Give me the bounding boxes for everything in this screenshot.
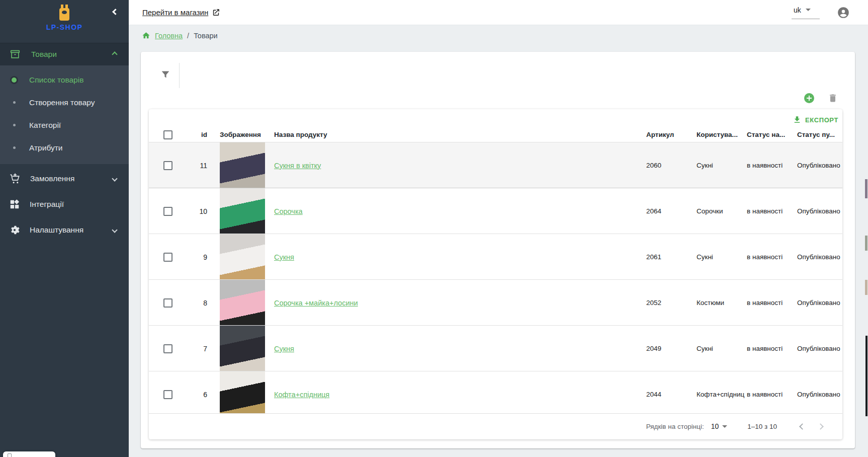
go-to-shop-link[interactable]: Перейти в магазин bbox=[142, 8, 220, 17]
breadcrumb-current: Товари bbox=[194, 32, 218, 40]
sidebar-item-settings[interactable]: Налаштування bbox=[0, 218, 129, 241]
filter-icon[interactable] bbox=[160, 69, 171, 80]
row-checkbox[interactable] bbox=[163, 253, 172, 262]
breadcrumb-separator: / bbox=[187, 32, 189, 40]
table-row: 8 Сорочка +майка+лосини 2052 Костюми в н… bbox=[149, 280, 842, 326]
scrollbar-thumb[interactable] bbox=[865, 336, 867, 416]
sidebar-item-products[interactable]: Товари bbox=[0, 43, 129, 65]
rows-per-page-label: Рядків на сторінці: bbox=[646, 423, 704, 430]
language-select[interactable]: uk bbox=[792, 6, 820, 19]
row-checkbox[interactable] bbox=[163, 344, 172, 353]
sidebar-item-label: Атрибути bbox=[29, 143, 62, 153]
chevron-down-icon bbox=[112, 176, 117, 181]
table-row: 7 Сукня 2049 Сукні в наявності Опубліков… bbox=[149, 326, 842, 371]
product-category: Сукні bbox=[697, 253, 747, 261]
export-row: ЕКСПОРТ bbox=[149, 109, 842, 127]
gear-icon bbox=[9, 224, 20, 236]
shop-bag-icon bbox=[57, 5, 72, 22]
sidebar-item-categories[interactable]: Категорії bbox=[0, 114, 129, 136]
product-publish-status: Опубліковано bbox=[797, 162, 842, 169]
product-name-link[interactable]: Сукня в квітку bbox=[274, 162, 321, 170]
product-name-link[interactable]: Сорочка +майка+лосини bbox=[274, 299, 358, 307]
pagination-range: 1–10 з 10 bbox=[747, 423, 777, 430]
product-stock-status: в наявності bbox=[747, 207, 797, 215]
next-page-button[interactable] bbox=[813, 419, 827, 433]
select-all-checkbox[interactable] bbox=[163, 130, 172, 139]
product-sku: 2064 bbox=[646, 207, 697, 215]
table-row: 9 Сукня 2061 Сукні в наявності Опубліков… bbox=[149, 234, 842, 280]
product-publish-status: Опубліковано bbox=[797, 299, 842, 307]
product-category: Костюми bbox=[697, 299, 747, 307]
divider bbox=[179, 63, 180, 88]
product-publish-status: Опубліковано bbox=[797, 391, 842, 398]
sidebar-item-attributes[interactable]: Атрибути bbox=[0, 136, 129, 159]
chevron-down-icon bbox=[112, 227, 117, 233]
rows-per-page-select[interactable]: 10 bbox=[711, 422, 728, 430]
sidebar-item-label: Замовлення bbox=[30, 174, 113, 183]
product-publish-status: Опубліковано bbox=[797, 345, 842, 352]
product-category: Сукні bbox=[697, 345, 747, 352]
product-image bbox=[220, 371, 265, 413]
row-checkbox[interactable] bbox=[163, 298, 172, 308]
main-area: Перейти в магазин uk Головна bbox=[129, 0, 868, 457]
product-sku: 2060 bbox=[646, 162, 697, 169]
bullet-icon bbox=[13, 101, 16, 104]
logo[interactable]: LP-SHOP bbox=[0, 0, 129, 43]
product-sku: 2049 bbox=[646, 345, 697, 352]
product-category: Сорочки bbox=[697, 207, 747, 215]
table-body: 11 Сукня в квітку 2060 Сукні в наявності… bbox=[149, 142, 842, 413]
product-image bbox=[220, 188, 265, 234]
export-label: ЕКСПОРТ bbox=[805, 116, 838, 124]
row-checkbox[interactable] bbox=[163, 207, 172, 216]
table-pagination: Рядків на сторінці: 10 1–10 з 10 bbox=[149, 413, 842, 439]
column-header-sku[interactable]: Артикул bbox=[646, 131, 697, 138]
download-icon bbox=[793, 115, 802, 124]
column-header-image[interactable]: Зображення bbox=[220, 131, 265, 138]
export-button[interactable]: ЕКСПОРТ bbox=[793, 115, 838, 124]
account-icon[interactable] bbox=[837, 6, 850, 19]
product-stock-status: в наявності bbox=[747, 345, 797, 352]
table-row: 10 Сорочка 2064 Сорочки в наявності Опуб… bbox=[149, 188, 842, 234]
breadcrumb-home[interactable] bbox=[142, 31, 150, 40]
column-header-id[interactable]: id bbox=[180, 131, 207, 138]
row-checkbox[interactable] bbox=[163, 161, 172, 170]
add-product-button[interactable] bbox=[803, 92, 815, 104]
sidebar-item-orders[interactable]: Замовлення bbox=[0, 167, 129, 190]
product-name-link[interactable]: Кофта+спідниця bbox=[274, 391, 329, 399]
topbar: Перейти в магазин uk bbox=[129, 0, 868, 25]
product-stock-status: в наявності bbox=[747, 391, 797, 398]
breadcrumb-home-link[interactable]: Головна bbox=[155, 32, 183, 40]
product-name-link[interactable]: Сорочка bbox=[274, 207, 303, 215]
cart-plus-icon bbox=[9, 173, 21, 184]
delete-button[interactable] bbox=[828, 93, 838, 103]
right-edge-sliver bbox=[865, 280, 867, 295]
product-id: 10 bbox=[180, 207, 207, 215]
sidebar-collapse-button[interactable] bbox=[113, 7, 118, 16]
product-name-link[interactable]: Сукня bbox=[274, 345, 294, 353]
product-id: 6 bbox=[180, 391, 207, 399]
product-name-link[interactable]: Сукня bbox=[274, 253, 294, 261]
previous-page-button[interactable] bbox=[795, 419, 809, 433]
product-id: 8 bbox=[180, 299, 207, 307]
select-underline bbox=[792, 19, 820, 19]
language-value: uk bbox=[794, 6, 801, 14]
product-publish-status: Опубліковано bbox=[797, 253, 842, 261]
sidebar-item-integrations[interactable]: Інтеграції bbox=[0, 193, 129, 215]
column-header-stock-status[interactable]: Статус на... bbox=[747, 131, 797, 138]
sidebar-item-product-list[interactable]: Список товарів bbox=[0, 68, 129, 91]
product-stock-status: в наявності bbox=[747, 299, 797, 307]
chevron-up-icon bbox=[112, 51, 117, 57]
product-id: 9 bbox=[180, 253, 207, 261]
column-header-publish-status[interactable]: Статус пу... bbox=[797, 131, 842, 138]
bullet-icon bbox=[13, 146, 16, 149]
row-checkbox[interactable] bbox=[163, 390, 172, 399]
column-header-category[interactable]: Користува... bbox=[697, 131, 747, 138]
rows-per-page-value: 10 bbox=[711, 422, 719, 430]
product-category: Кофта+спідниц bbox=[697, 391, 747, 398]
sidebar-item-product-create[interactable]: Створення товару bbox=[0, 91, 129, 114]
sidebar-item-label: Товари bbox=[31, 50, 113, 59]
column-header-name[interactable]: Назва продукту bbox=[274, 131, 646, 138]
product-sku: 2044 bbox=[646, 391, 697, 398]
products-table-card: ЕКСПОРТ id Зображення Назва продукту Арт… bbox=[149, 109, 842, 439]
product-image bbox=[220, 142, 265, 188]
